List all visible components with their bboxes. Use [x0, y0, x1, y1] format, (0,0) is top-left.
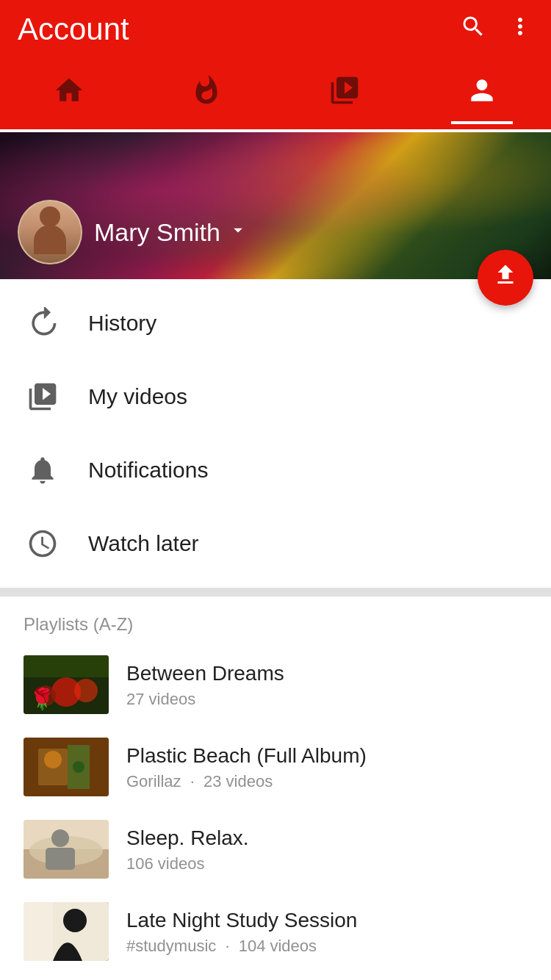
svg-point-9 — [73, 761, 84, 773]
profile-dropdown-icon — [228, 220, 248, 245]
playlist-thumb-sleep-relax — [24, 820, 109, 879]
profile-info: Mary Smith — [18, 200, 248, 264]
svg-point-16 — [63, 909, 87, 932]
page-title: Account — [18, 12, 129, 47]
playlist-meta-late-night: #studymusic · 104 videos — [126, 937, 527, 956]
home-icon — [53, 74, 85, 114]
my-videos-icon — [24, 378, 62, 416]
history-label: History — [88, 311, 156, 336]
notifications-label: Notifications — [88, 458, 208, 483]
notifications-icon — [24, 451, 62, 489]
playlist-title-late-night: Late Night Study Session — [126, 907, 527, 934]
playlist-info-late-night: Late Night Study Session #studymusic · 1… — [126, 907, 527, 956]
playlists-header: Playlists (A-Z) — [0, 597, 551, 644]
playlist-item-plastic-beach[interactable]: Plastic Beach (Full Album) Gorillaz · 23… — [0, 726, 551, 808]
my-videos-label: My videos — [88, 384, 187, 409]
section-divider — [0, 588, 551, 597]
playlist-thumb-plastic-beach — [24, 738, 109, 796]
playlist-thumb-between-dreams — [24, 655, 109, 714]
svg-point-13 — [51, 829, 69, 847]
search-icon[interactable] — [460, 13, 486, 46]
playlist-meta-sleep-relax: 106 videos — [126, 854, 527, 873]
account-icon — [466, 74, 498, 114]
playlist-item-between-dreams[interactable]: Between Dreams 27 videos — [0, 644, 551, 726]
menu-item-my-videos[interactable]: My videos — [0, 360, 551, 433]
playlist-meta: 27 videos — [126, 690, 527, 709]
nav-item-trending[interactable] — [176, 67, 237, 121]
upload-icon — [492, 262, 519, 295]
profile-name-row[interactable]: Mary Smith — [94, 218, 248, 247]
playlist-item-late-night[interactable]: Late Night Study Session #studymusic · 1… — [0, 890, 551, 973]
svg-rect-4 — [24, 655, 109, 677]
upload-fab[interactable] — [478, 250, 533, 306]
playlist-item-sleep-relax[interactable]: Sleep. Relax. 106 videos — [0, 808, 551, 890]
header-actions — [460, 13, 533, 46]
nav-item-subscriptions[interactable] — [314, 67, 375, 121]
playlist-thumb-late-night — [24, 902, 109, 961]
playlist-title: Between Dreams — [126, 660, 527, 687]
svg-point-2 — [35, 685, 56, 706]
playlists-section: Playlists (A-Z) Between Dreams 27 videos — [0, 597, 551, 980]
trending-icon — [190, 74, 223, 114]
playlist-title-sleep-relax: Sleep. Relax. — [126, 825, 527, 851]
app-header: Account — [0, 0, 551, 59]
playlist-meta-plastic-beach: Gorillaz · 23 videos — [126, 772, 527, 791]
avatar-silhouette — [28, 203, 72, 262]
playlist-title-plastic-beach: Plastic Beach (Full Album) — [126, 743, 527, 769]
watch-later-icon — [24, 525, 62, 563]
more-options-icon[interactable] — [507, 13, 533, 46]
avatar[interactable] — [18, 200, 82, 264]
svg-rect-14 — [46, 848, 75, 870]
svg-point-3 — [74, 679, 98, 702]
menu-item-history[interactable]: History — [0, 287, 551, 360]
watch-later-label: Watch later — [88, 531, 199, 556]
nav-item-account[interactable] — [451, 67, 513, 121]
bottom-nav — [0, 59, 551, 132]
profile-banner: Mary Smith — [0, 132, 551, 279]
profile-name: Mary Smith — [94, 218, 220, 247]
subscriptions-icon — [328, 74, 361, 114]
playlist-info-sleep-relax: Sleep. Relax. 106 videos — [126, 825, 527, 873]
history-icon — [24, 304, 62, 342]
menu-list: History My videos Notifications Watch la… — [0, 279, 551, 588]
svg-rect-17 — [24, 902, 53, 961]
menu-item-watch-later[interactable]: Watch later — [0, 507, 551, 580]
playlist-info-between-dreams: Between Dreams 27 videos — [126, 660, 527, 709]
menu-item-notifications[interactable]: Notifications — [0, 433, 551, 507]
playlist-info-plastic-beach: Plastic Beach (Full Album) Gorillaz · 23… — [126, 743, 527, 791]
nav-item-home[interactable] — [38, 67, 100, 121]
svg-point-7 — [44, 751, 62, 768]
